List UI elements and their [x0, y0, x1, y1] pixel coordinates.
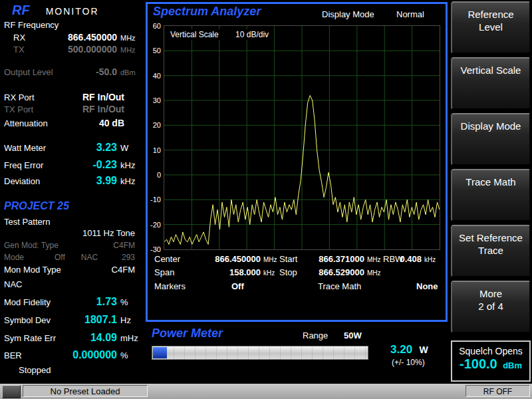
- stop-unit: MHz: [367, 269, 381, 277]
- watt-meter-label: Watt Meter: [4, 143, 46, 153]
- span-label: Span: [154, 267, 174, 277]
- watt-meter-value: 3.23: [96, 142, 117, 154]
- y-axis-label: 50: [153, 47, 161, 55]
- power-meter-panel: Power Meter Range 50W 3.20 W (+/- 10%): [146, 326, 448, 382]
- stop-label: Stop: [279, 267, 297, 277]
- squelch-unit: dBm: [503, 360, 522, 370]
- instrument-screen: RF MONITOR RF Frequency RX 866.450000 MH…: [0, 0, 532, 399]
- softkey-column: Reference Level Vertical Scale Display M…: [450, 0, 532, 399]
- range-label: Range: [303, 331, 328, 340]
- rx-label: RX: [13, 33, 25, 43]
- gen-mod-type-value[interactable]: C4FM: [113, 241, 142, 250]
- project25-title: PROJECT 25: [4, 200, 69, 212]
- power-meter-readout: 3.20 W: [390, 343, 428, 356]
- deviation-unit: kHz: [117, 176, 142, 186]
- y-axis-label: 0: [157, 171, 161, 179]
- power-tolerance: (+/- 10%): [392, 358, 425, 367]
- y-axis-label: -10: [150, 196, 161, 203]
- freq-error-unit: kHz: [117, 160, 142, 170]
- softkey-display-mode[interactable]: Display Mode: [451, 113, 531, 166]
- spectrum-analyzer-title: Spectrum Analyzer: [153, 5, 261, 19]
- symbol-dev-unit: Hz: [117, 315, 142, 325]
- span-value[interactable]: 158.000: [192, 267, 261, 277]
- rf-title: RF: [12, 3, 30, 18]
- squelch-opens-box[interactable]: Squelch Opens -100.0 dBm: [451, 340, 531, 382]
- y-axis-label: 30: [153, 96, 161, 104]
- center-unit: MHz: [263, 256, 277, 263]
- softkey-more-pager[interactable]: More 2 of 4: [451, 281, 531, 333]
- softkey-reference-level[interactable]: Reference Level: [451, 1, 531, 54]
- power-meter-bar: [152, 346, 368, 360]
- rbw-unit: kHz: [424, 256, 436, 263]
- center-label: Center: [154, 254, 180, 264]
- rx-port-value[interactable]: RF In/Out: [82, 92, 142, 102]
- attenuation-label: Attenuation: [4, 118, 48, 128]
- ber-unit: %: [117, 350, 142, 360]
- symbol-dev-label: Symbol Dev: [4, 315, 51, 325]
- rf-monitor-panel: RF MONITOR RF Frequency RX 866.450000 MH…: [0, 0, 146, 383]
- squelch-value: -100.0: [460, 356, 497, 371]
- tx-frequency-value[interactable]: 500.000000: [68, 44, 117, 55]
- trace-math-value[interactable]: None: [416, 281, 438, 291]
- softkey-set-reference-trace[interactable]: Set Reference Trace: [451, 225, 531, 277]
- markers-label: Markers: [154, 281, 186, 291]
- span-unit: kHz: [263, 269, 275, 277]
- output-level-unit: dBm: [117, 68, 142, 76]
- display-mode-value[interactable]: Normal: [396, 9, 424, 19]
- power-meter-title: Power Meter: [152, 327, 223, 340]
- status-menu-button[interactable]: [2, 385, 21, 398]
- ber-status: Stopped: [19, 365, 51, 375]
- test-pattern-value[interactable]: 1011 Hz Tone: [82, 228, 142, 238]
- y-axis-label: -30: [150, 245, 161, 253]
- nac-label: NAC: [81, 253, 98, 262]
- rx-frequency-value[interactable]: 866.450000: [68, 32, 117, 43]
- sym-rate-err-label: Sym Rate Err: [4, 333, 56, 343]
- spectrum-trace-svg: [164, 26, 440, 249]
- y-axis-label: 20: [153, 121, 161, 129]
- nac-section-label: NAC: [4, 279, 22, 289]
- display-mode-label: Display Mode: [322, 9, 374, 19]
- ber-label: BER: [4, 350, 22, 360]
- attenuation-value[interactable]: 40 dB: [99, 118, 142, 128]
- power-meter-bar-fill: [153, 347, 167, 358]
- freq-error-label: Freq Error: [4, 160, 43, 170]
- power-unit: W: [420, 344, 428, 355]
- tx-port-value[interactable]: RF In/Out: [82, 104, 142, 114]
- mod-fidelity-label: Mod Fidelity: [4, 297, 51, 307]
- rf-state-box[interactable]: RF OFF: [466, 385, 530, 397]
- start-value[interactable]: 866.371000: [301, 254, 364, 264]
- rx-port-label: RX Port: [4, 92, 35, 102]
- center-value[interactable]: 866.450000: [192, 254, 261, 264]
- symbol-dev-value: 1807.1: [84, 314, 117, 326]
- mon-mod-type-label: Mon Mod Type: [4, 265, 61, 275]
- range-value[interactable]: 50W: [344, 331, 362, 340]
- y-axis-label: -20: [150, 221, 161, 229]
- output-level-label: Output Level: [4, 67, 53, 77]
- tx-label: TX: [13, 45, 25, 55]
- softkey-vertical-scale[interactable]: Vertical Scale: [451, 57, 531, 110]
- status-bar: No Preset Loaded RF OFF: [0, 383, 532, 399]
- spectrum-analyzer-panel: Spectrum Analyzer Display Mode Normal 60…: [146, 2, 448, 322]
- spectrum-plot[interactable]: [164, 25, 440, 250]
- nac-value[interactable]: 293: [122, 253, 142, 262]
- sym-rate-err-value: 14.09: [90, 332, 117, 344]
- vertical-scale-readout: Vertical Scale 10 dB/div: [168, 29, 271, 40]
- preset-status-box[interactable]: No Preset Loaded: [23, 385, 148, 397]
- output-level-value[interactable]: -50.0: [96, 66, 117, 77]
- markers-value[interactable]: Off: [231, 281, 244, 291]
- mode-label: Mode: [4, 253, 24, 262]
- tx-frequency-unit: MHz: [117, 46, 142, 54]
- squelch-label: Squelch Opens: [452, 346, 529, 356]
- softkey-trace-math[interactable]: Trace Math: [451, 169, 531, 221]
- mode-value[interactable]: Off: [55, 253, 65, 262]
- stop-value[interactable]: 866.529000: [301, 267, 364, 277]
- mod-fidelity-unit: %: [117, 297, 142, 307]
- gen-mod-type-label: Gen Mod: Type: [4, 241, 59, 250]
- power-value: 3.20: [390, 343, 412, 356]
- y-axis-labels: 6050403020100-10-20-30: [148, 25, 162, 250]
- monitor-label: MONITOR: [46, 6, 99, 17]
- ber-value: 0.000000: [72, 349, 117, 361]
- mon-mod-type-value[interactable]: C4FM: [112, 265, 142, 275]
- rx-frequency-unit: MHz: [117, 34, 142, 42]
- start-unit: MHz: [367, 256, 381, 263]
